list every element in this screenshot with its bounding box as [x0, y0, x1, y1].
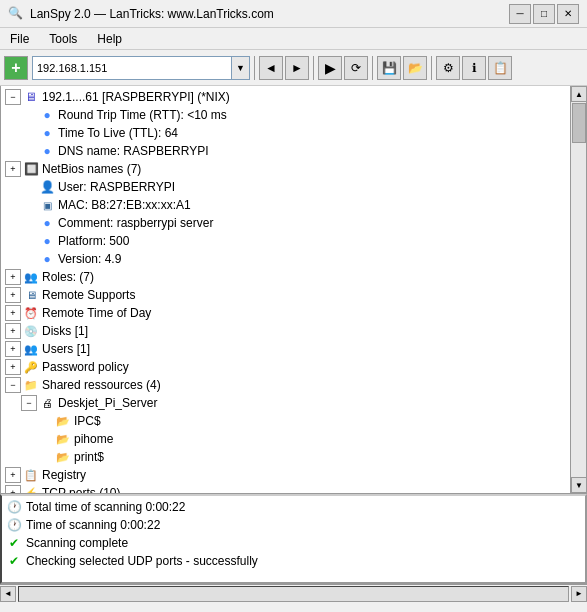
shared-expander[interactable]: −: [5, 377, 21, 393]
users-node[interactable]: + 👥 Users [1]: [3, 340, 568, 358]
menu-tools[interactable]: Tools: [43, 30, 83, 48]
clock-icon-1: 🕐: [6, 499, 22, 515]
list-item[interactable]: ● Time To Live (TTL): 64: [19, 124, 568, 142]
remote-supports-node[interactable]: + 🖥 Remote Supports: [3, 286, 568, 304]
password-policy-node[interactable]: + 🔑 Password policy: [3, 358, 568, 376]
folder-icon: 📂: [55, 413, 71, 429]
shared-node[interactable]: − 📁 Shared ressources (4): [3, 376, 568, 394]
toolbar-open-button[interactable]: 📂: [403, 56, 427, 80]
password-expander[interactable]: +: [5, 359, 21, 375]
netbios-expander[interactable]: +: [5, 161, 21, 177]
mac-label: MAC: B8:27:EB:xx:xx:A1: [58, 198, 191, 212]
disks-expander[interactable]: +: [5, 323, 21, 339]
clock-icon: ⏰: [23, 305, 39, 321]
toolbar-forward-button[interactable]: ►: [285, 56, 309, 80]
status-text-4: Checking selected UDP ports - successful…: [26, 554, 258, 568]
list-item[interactable]: 👤 User: RASPBERRYPI: [19, 178, 568, 196]
toolbar-info-button[interactable]: ℹ: [462, 56, 486, 80]
separator-1: [254, 56, 255, 80]
deskjet-label: Deskjet_Pi_Server: [58, 396, 157, 410]
menu-bar: File Tools Help: [0, 28, 587, 50]
toolbar-export-button[interactable]: 📋: [488, 56, 512, 80]
password-policy-label: Password policy: [42, 360, 129, 374]
address-dropdown-button[interactable]: ▼: [232, 56, 250, 80]
roles-node[interactable]: + 👥 Roles: (7): [3, 268, 568, 286]
remote-time-label: Remote Time of Day: [42, 306, 151, 320]
spacer: [21, 197, 37, 213]
key-icon: 🔑: [23, 359, 39, 375]
tcp-label: TCP ports (10): [42, 486, 120, 493]
scroll-track[interactable]: [571, 102, 586, 477]
list-item[interactable]: ● DNS name: RASPBERRYPI: [19, 142, 568, 160]
disks-node[interactable]: + 💿 Disks [1]: [3, 322, 568, 340]
roles-expander[interactable]: +: [5, 269, 21, 285]
user-label: User: RASPBERRYPI: [58, 180, 175, 194]
remote-time-expander[interactable]: +: [5, 305, 21, 321]
toolbar-back-button[interactable]: ◄: [259, 56, 283, 80]
print-node[interactable]: 📂 print$: [35, 448, 568, 466]
maximize-button[interactable]: □: [533, 4, 555, 24]
print-label: print$: [74, 450, 104, 464]
network-icon: 🔲: [23, 161, 39, 177]
tcp-icon: ⚡: [23, 485, 39, 493]
horizontal-scrollbar[interactable]: ◄ ►: [0, 584, 587, 602]
registry-expander[interactable]: +: [5, 467, 21, 483]
scroll-thumb[interactable]: [572, 103, 586, 143]
status-area: 🕐 Total time of scanning 0:00:22 🕐 Time …: [0, 494, 587, 584]
pihome-label: pihome: [74, 432, 113, 446]
list-item[interactable]: ● Round Trip Time (RTT): <10 ms: [19, 106, 568, 124]
remote-supports-expander[interactable]: +: [5, 287, 21, 303]
tree-view: − 🖥 192.1....61 [RASPBERRYPI] (*NIX) ● R…: [1, 86, 570, 493]
deskjet-expander[interactable]: −: [21, 395, 37, 411]
root-expander[interactable]: −: [5, 89, 21, 105]
list-item[interactable]: ● Version: 4.9: [19, 250, 568, 268]
close-button[interactable]: ✕: [557, 4, 579, 24]
separator-4: [431, 56, 432, 80]
h-scroll-track[interactable]: [18, 586, 569, 602]
check-icon-1: ✔: [6, 535, 22, 551]
toolbar-save-button[interactable]: 💾: [377, 56, 401, 80]
check-icon-2: ✔: [6, 553, 22, 569]
dns-label: DNS name: RASPBERRYPI: [58, 144, 209, 158]
menu-help[interactable]: Help: [91, 30, 128, 48]
minimize-button[interactable]: ─: [509, 4, 531, 24]
scroll-down-button[interactable]: ▼: [571, 477, 587, 493]
list-item[interactable]: ● Platform: 500: [19, 232, 568, 250]
status-text-3: Scanning complete: [26, 536, 128, 550]
window-title: LanSpy 2.0 — LanTricks: www.LanTricks.co…: [30, 7, 274, 21]
deskjet-node[interactable]: − 🖨 Deskjet_Pi_Server: [19, 394, 568, 412]
tree-root[interactable]: − 🖥 192.1....61 [RASPBERRYPI] (*NIX): [3, 88, 568, 106]
scroll-right-button[interactable]: ►: [571, 586, 587, 602]
list-item[interactable]: ▣ MAC: B8:27:EB:xx:xx:A1: [19, 196, 568, 214]
toolbar-settings-button[interactable]: ⚙: [436, 56, 460, 80]
user-icon: 👤: [39, 179, 55, 195]
spacer: [37, 431, 53, 447]
users-expander[interactable]: +: [5, 341, 21, 357]
bullet-icon: ●: [39, 233, 55, 249]
folder-icon: 📂: [55, 449, 71, 465]
registry-label: Registry: [42, 468, 86, 482]
registry-node[interactable]: + 📋 Registry: [3, 466, 568, 484]
bullet-icon: ●: [39, 143, 55, 159]
address-input[interactable]: [32, 56, 232, 80]
toolbar-scan-button[interactable]: ▶: [318, 56, 342, 80]
printer-icon: 🖨: [39, 395, 55, 411]
tcp-expander[interactable]: +: [5, 485, 21, 493]
netbios-node[interactable]: + 🔲 NetBios names (7): [3, 160, 568, 178]
tcp-node[interactable]: + ⚡ TCP ports (10): [3, 484, 568, 493]
separator-3: [372, 56, 373, 80]
remote-time-node[interactable]: + ⏰ Remote Time of Day: [3, 304, 568, 322]
spacer: [21, 179, 37, 195]
share-icon: 📁: [23, 377, 39, 393]
toolbar-add-button[interactable]: +: [4, 56, 28, 80]
list-item[interactable]: ● Comment: raspberrypi server: [19, 214, 568, 232]
pihome-node[interactable]: 📂 pihome: [35, 430, 568, 448]
status-text-2: Time of scanning 0:00:22: [26, 518, 160, 532]
menu-file[interactable]: File: [4, 30, 35, 48]
vertical-scrollbar[interactable]: ▲ ▼: [570, 86, 586, 493]
toolbar-refresh-button[interactable]: ⟳: [344, 56, 368, 80]
scroll-up-button[interactable]: ▲: [571, 86, 587, 102]
ipc-node[interactable]: 📂 IPC$: [35, 412, 568, 430]
scroll-left-button[interactable]: ◄: [0, 586, 16, 602]
ipc-label: IPC$: [74, 414, 101, 428]
